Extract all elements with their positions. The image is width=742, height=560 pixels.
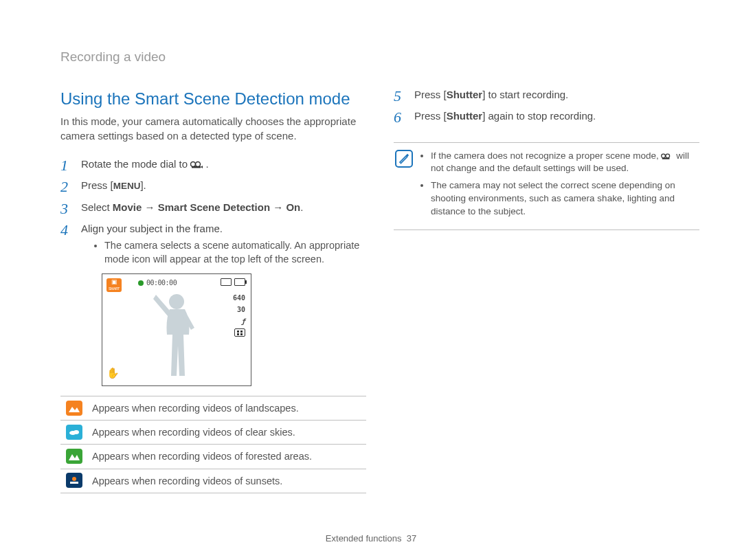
right-column: 5 Press [Shutter] to start recording. 6 … — [394, 87, 699, 493]
scene-badge-icon — [66, 449, 82, 464]
table-row: Appears when recording videos of clear s… — [60, 420, 366, 444]
stabilizer-icon: ✋ — [106, 366, 120, 380]
step-number: 5 — [394, 86, 401, 107]
metering-icon — [234, 328, 245, 337]
step-sub-bullet: The camera selects a scene automatically… — [104, 238, 366, 267]
resolution-readout: 640 — [233, 293, 245, 303]
scene-badge-icon — [66, 425, 82, 440]
step-text: Press [ — [414, 89, 447, 100]
note-item: The camera may not select the correct sc… — [431, 179, 697, 219]
step-1: 1 Rotate the mode dial to . — [60, 157, 366, 171]
camera-screen-illustration: ▣ SMART 00:00:00 640 30 ƒ ✋ — [102, 273, 251, 386]
svg-rect-2 — [192, 166, 201, 168]
footer-page-number: 37 — [407, 533, 416, 544]
scene-description: Appears when recording videos of landsca… — [88, 396, 366, 420]
scene-description: Appears when recording videos of clear s… — [88, 420, 366, 444]
step-number: 2 — [60, 177, 68, 198]
svg-point-3 — [169, 294, 184, 309]
menu-path-ssd: Smart Scene Detection — [158, 201, 270, 213]
menu-path-movie: Movie — [113, 201, 142, 213]
memory-card-icon — [221, 278, 232, 286]
sub-bullet-text: The camera selects a scene automatically… — [104, 238, 366, 267]
smart-mode-badge-icon: ▣ SMART — [106, 278, 122, 292]
step-4: 4 Align your subject in the frame. The c… — [60, 221, 366, 386]
smart-movie-icon — [661, 151, 673, 159]
step-text: Align your subject in the frame. — [81, 223, 223, 234]
table-row: Appears when recording videos of landsca… — [60, 396, 366, 420]
svg-point-9 — [666, 154, 670, 158]
intro-paragraph: In this mode, your camera automatically … — [60, 114, 366, 143]
step-number: 3 — [60, 199, 68, 220]
arrow-icon: → — [273, 201, 286, 213]
step-text: Press [ — [81, 179, 113, 191]
step-6: 6 Press [Shutter] again to stop recordin… — [394, 109, 699, 123]
step-number: 4 — [60, 220, 68, 241]
svg-point-8 — [662, 154, 666, 158]
movie-mode-icon — [190, 157, 203, 166]
section-heading: Using the Smart Scene Detection mode — [60, 87, 366, 111]
note-icon — [395, 150, 413, 168]
step-3: 3 Select Movie → Smart Scene Detection →… — [60, 200, 366, 214]
step-5: 5 Press [Shutter] to start recording. — [394, 87, 699, 102]
record-indicator-icon — [138, 280, 144, 286]
menu-path-on: On — [286, 201, 300, 213]
left-column: Using the Smart Scene Detection mode In … — [60, 87, 366, 493]
scene-badge-icon — [66, 401, 82, 416]
menu-button-label: MENU — [113, 181, 141, 191]
svg-rect-7 — [70, 482, 78, 484]
step-text-suffix: ]. — [140, 179, 146, 191]
person-silhouette-icon — [145, 287, 211, 383]
step-text: Rotate the mode dial to — [81, 158, 190, 170]
shutter-label: Shutter — [447, 89, 483, 100]
arrow-icon: → — [145, 201, 158, 213]
breadcrumb: Recording a video — [60, 48, 699, 67]
fps-readout: 30 — [237, 305, 245, 315]
svg-point-0 — [191, 162, 196, 167]
step-2: 2 Press [MENU]. — [60, 178, 366, 193]
scene-badge-icon — [66, 473, 82, 488]
shutter-label: Shutter — [447, 110, 483, 122]
battery-icon — [234, 278, 245, 286]
curve-icon: ƒ — [241, 317, 245, 326]
svg-point-6 — [72, 477, 76, 481]
table-row: Appears when recording videos of foreste… — [60, 445, 366, 469]
note-box: If the camera does not recognize a prope… — [394, 142, 699, 230]
scene-description: Appears when recording videos of sunsets… — [88, 469, 366, 493]
scene-icon-table: Appears when recording videos of landsca… — [60, 396, 366, 493]
step-text: Select — [81, 201, 113, 213]
svg-point-1 — [196, 162, 201, 167]
step-text-suffix: ] to start recording. — [482, 89, 568, 100]
table-row: Appears when recording videos of sunsets… — [60, 469, 366, 493]
svg-rect-10 — [662, 157, 670, 159]
scene-description: Appears when recording videos of foreste… — [88, 445, 366, 469]
page-footer: Extended functions 37 — [0, 533, 742, 545]
step-text-suffix: . — [205, 158, 208, 170]
step-number: 6 — [394, 107, 401, 128]
svg-point-5 — [74, 430, 79, 434]
note-item: If the camera does not recognize a prope… — [431, 150, 697, 176]
step-text-suffix: ] again to stop recording. — [482, 110, 596, 122]
step-text: Press [ — [414, 110, 447, 122]
footer-section: Extended functions — [326, 533, 402, 544]
step-number: 1 — [60, 155, 68, 177]
